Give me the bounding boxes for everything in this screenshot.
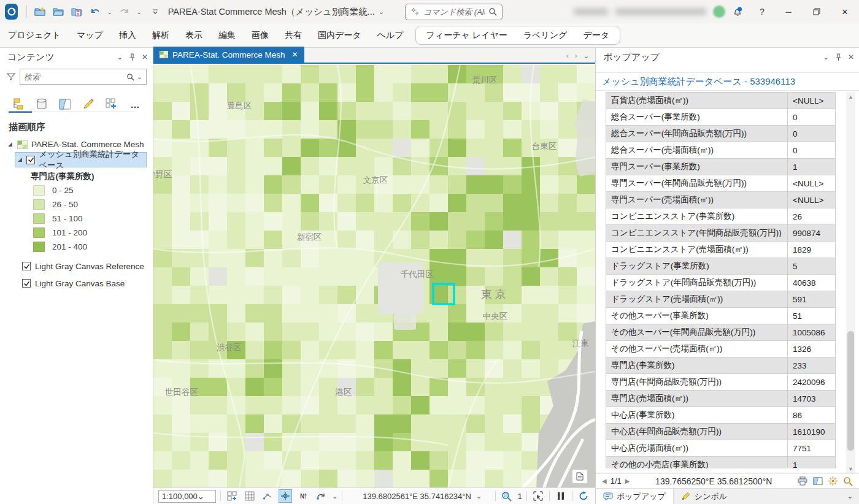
ribbon-tab-解析[interactable]: 解析 — [144, 25, 177, 47]
tab-popup[interactable]: ポップアップ — [596, 489, 674, 504]
attribute-row[interactable]: 専門店(売場面積(㎡))14703 — [606, 391, 836, 407]
close-panel-icon[interactable]: ✕ — [142, 53, 148, 61]
ribbon-tab-表示[interactable]: 表示 — [177, 25, 210, 47]
scrollbar-thumb[interactable] — [847, 331, 854, 451]
customize-quick-access-icon[interactable] — [151, 4, 160, 20]
print-icon[interactable] — [798, 476, 807, 486]
zoom-to-feature-icon[interactable] — [813, 476, 823, 486]
legend-class-row[interactable]: 51 - 100 — [4, 212, 153, 226]
close-button[interactable]: ✕ — [831, 0, 859, 23]
expand-triangle-icon[interactable] — [17, 157, 23, 162]
contextual-tab-データ[interactable]: データ — [575, 26, 617, 45]
legend-swatch[interactable] — [33, 185, 45, 196]
attribute-row[interactable]: コンビニエンスストア(年間商品販売額(万円))990874 — [606, 225, 836, 242]
open-project-icon[interactable] — [50, 4, 66, 20]
title-dropdown-icon[interactable]: ⌄ — [379, 8, 384, 16]
new-map-icon[interactable] — [104, 98, 119, 113]
tab-symbol[interactable]: シンボル — [674, 489, 734, 504]
attribute-row[interactable]: 専門店(年間商品販売額(万円))2420096 — [606, 374, 836, 391]
more-options-icon[interactable]: … — [128, 98, 142, 113]
layout-grid-add-icon[interactable] — [225, 489, 239, 503]
attribute-row[interactable]: コンビニエンスストア(事業所数)26 — [606, 208, 836, 225]
save-project-icon[interactable] — [69, 4, 85, 20]
refresh-icon[interactable] — [577, 489, 590, 503]
crosshair-toggle-icon[interactable] — [279, 489, 292, 503]
list-by-editing-icon[interactable] — [81, 98, 96, 113]
attribute-row[interactable]: その他スーパー(売場面積(㎡))1326 — [606, 341, 836, 357]
contents-search-input[interactable] — [24, 72, 124, 82]
map-view-tab[interactable]: PAREA-Stat. Commerce Mesh ✕ — [153, 47, 304, 63]
attribute-row[interactable]: その他スーパー(年間商品販売額(万円))1005086 — [606, 324, 836, 341]
contextual-tab-フィーチャ レイヤー[interactable]: フィーチャ レイヤー — [418, 26, 515, 45]
attribute-row[interactable]: 百貨店(売場面積(㎡))<NULL> — [606, 93, 836, 109]
attribute-row[interactable]: コンビニエンスストア(売場面積(㎡))1829 — [606, 242, 836, 258]
attribute-row[interactable]: 総合スーパー(事業所数)0 — [606, 109, 836, 126]
popup-scrollbar[interactable]: ▲ ▼ — [846, 92, 855, 473]
minimize-button[interactable]: ─ — [774, 0, 803, 23]
attribute-row[interactable]: 専門スーパー(売場面積(㎡))<NULL> — [606, 192, 836, 208]
attribute-row[interactable]: 専門店(事業所数)233 — [606, 357, 836, 374]
legend-swatch[interactable] — [33, 199, 45, 210]
pin-icon[interactable] — [129, 53, 136, 61]
attribute-row[interactable]: 専門スーパー(事業所数)1 — [606, 159, 836, 175]
avatar[interactable] — [713, 6, 725, 18]
close-panel-icon[interactable]: ✕ — [848, 53, 854, 61]
expand-triangle-icon[interactable] — [6, 142, 13, 147]
close-tab-icon[interactable]: ✕ — [292, 50, 298, 59]
contents-search-box[interactable]: ⌄ — [20, 69, 147, 85]
help-icon[interactable]: ? — [750, 0, 774, 23]
attribute-row[interactable]: 中心店(売場面積(㎡))7751 — [606, 440, 836, 457]
legend-swatch[interactable] — [33, 213, 45, 224]
scale-select[interactable]: 1:100,000 ⌄ — [158, 490, 216, 503]
ribbon-tab-挿入[interactable]: 挿入 — [111, 25, 144, 47]
legend-class-row[interactable]: 0 - 25 — [4, 183, 153, 197]
legend-class-row[interactable]: 201 - 400 — [4, 240, 153, 254]
ribbon-tab-画像[interactable]: 画像 — [244, 25, 277, 47]
snapping-icon[interactable] — [261, 489, 274, 503]
attribute-row[interactable]: ドラッグストア(事業所数)5 — [606, 258, 836, 275]
notifications-bell-icon[interactable] — [725, 0, 750, 23]
north-arrow-icon[interactable]: N — [296, 489, 310, 503]
attribute-row[interactable]: ドラッグストア(年間商品販売額(万円))40638 — [606, 275, 836, 291]
scroll-down-icon[interactable]: ▼ — [846, 464, 855, 473]
ribbon-tab-プロジェクト[interactable]: プロジェクト — [0, 25, 69, 47]
flash-feature-icon[interactable] — [828, 476, 838, 486]
attribute-row[interactable]: 中心店(年間商品販売額(万円))1610190 — [606, 424, 836, 440]
redo-dropdown-icon[interactable]: ⌄ — [135, 4, 144, 20]
contextual-tab-ラベリング[interactable]: ラベリング — [515, 26, 576, 45]
scroll-up-icon[interactable]: ▲ — [846, 92, 855, 101]
filter-icon[interactable] — [6, 72, 16, 82]
mesh-layer-tree-item[interactable]: メッシュ別商業統計データベース — [15, 152, 147, 167]
list-by-data-source-icon[interactable] — [34, 98, 49, 113]
feature-title-link[interactable]: メッシュ別商業統計データベース - 533946113 — [596, 72, 859, 91]
layer-visibility-checkbox[interactable] — [26, 156, 35, 164]
ribbon-tab-国内データ[interactable]: 国内データ — [310, 25, 369, 47]
panel-menu-chevron-icon[interactable]: ⌄ — [117, 53, 123, 61]
ribbon-tab-ヘルプ[interactable]: ヘルプ — [369, 25, 412, 47]
attribute-row[interactable]: 総合スーパー(年間商品販売額(万円))0 — [606, 126, 836, 142]
prev-view-icon[interactable]: ‹ — [566, 52, 569, 60]
map-canvas[interactable]: 荒川区豊島区台東区文京区中野区新宿区千代田区東京中央区渋谷区江東世田谷区港区 — [153, 65, 595, 487]
list-by-selection-icon[interactable] — [58, 98, 72, 113]
layer-visibility-checkbox[interactable] — [22, 262, 31, 270]
ribbon-tab-マップ[interactable]: マップ — [69, 25, 111, 47]
tool-dropdown-icon[interactable]: ⌄ — [332, 492, 337, 500]
arcgis-pro-logo-icon[interactable] — [5, 4, 18, 20]
pin-icon[interactable] — [835, 53, 842, 61]
basemap-layer-row[interactable]: Light Gray Canvas Base — [4, 275, 153, 292]
legend-class-row[interactable]: 26 - 50 — [4, 197, 153, 212]
new-project-icon[interactable] — [32, 4, 48, 20]
attribute-row[interactable]: その他スーパー(事業所数)51 — [606, 308, 836, 324]
attribute-row[interactable]: その他の小売店(事業所数)1 — [606, 457, 836, 469]
next-view-icon[interactable]: › — [575, 52, 577, 60]
tab-list-chevron-icon[interactable]: ⌄ — [584, 52, 589, 60]
redo-icon[interactable] — [117, 4, 133, 20]
command-search-input[interactable] — [423, 7, 485, 17]
panel-menu-chevron-icon[interactable]: ⌄ — [823, 53, 829, 61]
zoom-to-selection-icon[interactable] — [500, 489, 514, 503]
basemap-layer-row[interactable]: Light Gray Canvas Reference — [4, 258, 153, 275]
pause-drawing-icon[interactable] — [554, 489, 568, 503]
rotate-tool-icon[interactable] — [314, 489, 328, 503]
attribute-row[interactable]: 中心店(事業所数)86 — [606, 407, 836, 424]
map-coordinates[interactable]: 139.6802561°E 35.7416234°N ⌄ — [363, 492, 482, 501]
